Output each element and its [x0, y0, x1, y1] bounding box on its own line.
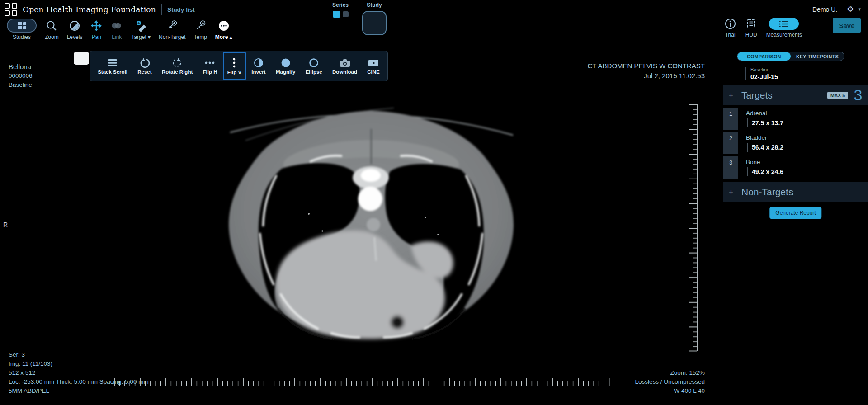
tool-link[interactable]: Link: [106, 19, 127, 40]
ohif-logo-icon: [5, 3, 17, 16]
non-target-arrow-icon: [166, 19, 178, 33]
zoom-icon: [46, 19, 57, 33]
stack-scroll-icon: [107, 58, 118, 68]
more-dots-icon: [218, 19, 230, 33]
save-button[interactable]: Save: [833, 18, 861, 33]
display-info-overlay: Zoom: 152% Lossless / Uncompressed W 400…: [635, 368, 705, 396]
target-number: 1: [723, 108, 738, 130]
ct-viewport[interactable]: Bellona 0000006 Baseline CT ABDOMEN PELV…: [0, 41, 723, 405]
image-number: Img: 11 (11/103): [9, 359, 149, 368]
menu-item-flip-v[interactable]: Flip V: [223, 52, 246, 80]
menu-item-magnify[interactable]: Magnify: [271, 52, 300, 80]
tool-pan[interactable]: Pan: [86, 19, 106, 40]
menu-item-ellipse[interactable]: Ellipse: [301, 52, 327, 80]
zoom-level: Zoom: 152%: [635, 368, 705, 377]
tool-studies[interactable]: Studies: [3, 19, 41, 40]
studies-grid-icon: [7, 19, 37, 33]
menu-item-cine[interactable]: CINE: [363, 52, 384, 80]
series-label: Series: [332, 2, 349, 8]
target-row-bladder[interactable]: 2 Bladder 56.4 x 28.2: [723, 132, 868, 155]
target-ruler-icon: [135, 19, 147, 33]
gear-icon[interactable]: ⚙: [847, 5, 854, 14]
magnify-icon: [280, 58, 291, 68]
levels-icon: [69, 19, 80, 33]
temp-dotted-arrow-icon: [194, 19, 206, 33]
tool-temp[interactable]: Temp: [189, 19, 211, 40]
ohif-viewer-app: Open Health Imaging Foundation Study lis…: [0, 0, 868, 405]
study-info-overlay: CT ABDOMEN PELVIS W CONTRAST Jul 2, 2015…: [588, 61, 705, 81]
targets-title: Targets: [741, 90, 773, 101]
image-info-overlay: Ser: 3 Img: 11 (11/103) 512 x 512 Loc: -…: [9, 350, 149, 396]
non-targets-title: Non-Targets: [741, 187, 793, 198]
menu-item-reset[interactable]: Reset: [133, 52, 156, 80]
user-menu: Demo U. ⚙ ▾: [812, 5, 861, 14]
series-study-picker: Series Study: [332, 2, 387, 35]
tool-target[interactable]: Target ▾: [127, 19, 155, 40]
series-thumbnail-active[interactable]: [333, 11, 340, 18]
target-row-adrenal[interactable]: 1 Adrenal 27.5 x 13.7: [723, 108, 868, 131]
timepoint-label: Baseline: [9, 80, 33, 89]
slice-location: Loc: -253.00 mm Thick: 5.00 mm Spacing: …: [9, 377, 149, 386]
flip-v-icon: [229, 57, 239, 68]
timepoint-block: Baseline 02-Jul-15: [745, 67, 778, 80]
menu-item-invert[interactable]: Invert: [247, 52, 270, 80]
sidebar-tabs: COMPARISON KEY TIMEPOINTS: [737, 52, 844, 61]
window-level: W 400 L 40: [635, 386, 705, 396]
tool-measurements[interactable]: Measurements: [766, 18, 802, 38]
hud-document-icon: [745, 18, 757, 30]
tool-trial[interactable]: Trial: [724, 18, 736, 38]
tab-key-timepoints[interactable]: KEY TIMEPOINTS: [791, 52, 844, 61]
target-row-bone[interactable]: 3 Bone 49.2 x 24.6: [723, 156, 868, 180]
patient-name: Bellona: [9, 62, 33, 71]
tool-more[interactable]: More ▴: [211, 19, 236, 40]
target-number: 2: [723, 132, 738, 154]
reset-icon: [139, 58, 150, 68]
target-label: Bladder: [746, 134, 767, 141]
cine-play-icon: [368, 58, 379, 68]
study-thumbnail[interactable]: [362, 11, 387, 35]
menu-item-flip-h[interactable]: Flip H: [198, 52, 222, 80]
generate-report-button[interactable]: Generate Report: [769, 207, 821, 219]
add-non-target-button[interactable]: +: [723, 188, 739, 197]
tool-zoom[interactable]: Zoom: [41, 19, 63, 40]
patient-info-overlay: Bellona 0000006 Baseline: [9, 62, 33, 89]
study-description: CT ABDOMEN PELVIS W CONTRAST: [588, 61, 705, 71]
target-size: 56.4 x 28.2: [747, 143, 783, 152]
target-size: 49.2 x 24.6: [747, 167, 783, 176]
vertical-scale-ruler: [686, 104, 698, 352]
timepoint-date: 02-Jul-15: [750, 73, 778, 80]
tool-non-target[interactable]: Non-Target: [155, 19, 189, 40]
study-list-link[interactable]: Study list: [167, 6, 195, 13]
add-target-button[interactable]: +: [723, 91, 739, 100]
study-label: Study: [367, 2, 382, 8]
ellipse-icon: [308, 58, 319, 68]
tool-hud[interactable]: HUD: [745, 18, 757, 38]
divider: [161, 4, 162, 15]
menu-item-rotate-right[interactable]: Rotate Right: [157, 52, 197, 80]
menu-item-stack-scroll[interactable]: Stack Scroll: [93, 52, 132, 80]
target-label: Adrenal: [746, 110, 767, 117]
app-title: Open Health Imaging Foundation: [23, 5, 156, 14]
image-matrix: 512 x 512: [9, 368, 149, 377]
divider: [842, 5, 842, 14]
info-circle-icon: [724, 18, 736, 30]
targets-header: + Targets MAX 5 3: [723, 85, 868, 105]
menu-item-download[interactable]: Download: [328, 52, 362, 80]
ct-image: [213, 82, 529, 344]
timepoint-name: Baseline: [750, 67, 778, 72]
tool-levels[interactable]: Levels: [63, 19, 87, 40]
flip-h-icon: [204, 58, 216, 68]
invert-icon: [253, 58, 264, 68]
top-header: Open Health Imaging Foundation Study lis…: [0, 0, 868, 41]
caret-up-icon: ▴: [230, 34, 232, 40]
series-thumbnail[interactable]: [343, 11, 349, 17]
user-name[interactable]: Demo U.: [812, 6, 837, 13]
right-toolbar: Trial HUD Measurements Save: [724, 18, 861, 38]
non-targets-header: + Non-Targets: [723, 182, 868, 202]
horizontal-scale-ruler: [114, 377, 610, 386]
more-tools-menu: Stack Scroll Reset Rotate Right Flip H F…: [90, 51, 388, 81]
chevron-down-icon[interactable]: ▾: [858, 6, 861, 12]
max-badge: MAX 5: [827, 92, 848, 99]
tab-comparison[interactable]: COMPARISON: [737, 52, 791, 61]
series-protocol: 5MM ABD/PEL: [9, 386, 149, 396]
